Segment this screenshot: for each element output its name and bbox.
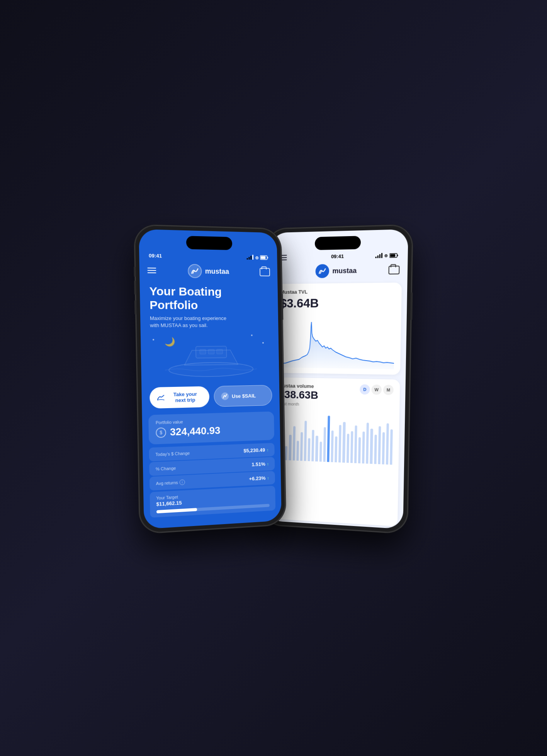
target-card: Your Target $11,662.15: [150, 486, 276, 518]
pct-change-value: 1.51% ↑: [251, 461, 269, 468]
period-buttons: D W M: [360, 384, 394, 395]
vol-down-btn[interactable]: [134, 300, 136, 315]
dynamic-island-left: [186, 236, 233, 250]
volume-header: Mustaa volume $38.63B Past month D W M: [279, 383, 394, 413]
hero-section: Your Boating Portfolio Maximize your boa…: [139, 281, 278, 333]
bar-11: [319, 441, 322, 461]
tvl-card: Mustaa TVL $3.64B: [273, 283, 402, 375]
bar-6: [300, 432, 303, 461]
period-btn-d[interactable]: D: [360, 384, 370, 395]
svg-rect-2: [267, 257, 268, 259]
hamburger-menu-left[interactable]: [148, 267, 156, 273]
bar-15: [335, 436, 337, 463]
tvl-label: Mustaa TVL: [280, 288, 396, 295]
bar-9: [312, 430, 314, 461]
logo-text-left: mustaa: [205, 267, 229, 276]
bar-2: [285, 446, 288, 460]
tvl-chart: [279, 314, 395, 369]
logo-right: mustaa: [316, 264, 357, 278]
use-sail-button[interactable]: Use $SAIL: [214, 385, 272, 407]
bar-13: [327, 415, 330, 462]
action-buttons: Take your next trip Use $SAIL: [141, 382, 280, 412]
bar-27: [382, 432, 385, 465]
period-btn-w[interactable]: W: [371, 385, 382, 395]
progress-bar-fill: [156, 508, 197, 514]
avg-returns-label: Avg returns i: [156, 479, 185, 486]
bar-3: [289, 434, 292, 460]
status-icons-right: ⌾: [375, 252, 399, 259]
bar-4: [292, 426, 295, 460]
stats-section: Today's $ Change $5,230.49 ↑ % Change 1.…: [149, 443, 275, 490]
star-1: [153, 339, 154, 341]
tvl-line-chart: [279, 314, 395, 369]
phone-left: 09:41 ⌾: [135, 225, 285, 533]
bar-29: [390, 429, 393, 465]
svg-rect-5: [200, 350, 206, 354]
svg-rect-6: [208, 349, 214, 354]
bar-7: [304, 421, 307, 461]
bar-18: [347, 434, 349, 463]
take-trip-button[interactable]: Take your next trip: [149, 387, 209, 409]
wallet-icon-right[interactable]: [388, 266, 399, 274]
bar-17: [342, 422, 345, 463]
dynamic-island-right: [315, 236, 361, 250]
vol-up-btn[interactable]: [134, 281, 136, 295]
star-3: [262, 342, 264, 344]
right-phone-screen: 09:41 ⌾: [265, 229, 408, 529]
boat-svg: [161, 339, 261, 378]
bar-16: [338, 425, 341, 463]
portfolio-coin-icon: $: [156, 427, 166, 438]
bar-chart: [277, 410, 393, 465]
dollar-change-label: Today's $ Change: [155, 451, 190, 457]
svg-rect-9: [390, 254, 395, 257]
avg-returns-arrow: ↑: [267, 476, 269, 480]
period-btn-m[interactable]: M: [383, 385, 394, 395]
signal-icon-left: [247, 255, 254, 260]
portfolio-value-row: $ 324,440.93: [156, 423, 268, 439]
bar-25: [374, 435, 377, 464]
info-circle-icon: i: [180, 479, 185, 485]
time-right: 09:41: [331, 254, 344, 260]
hero-subtitle: Maximize your boating experience with MU…: [150, 315, 228, 329]
nav-bar-right: mustaa: [270, 260, 408, 282]
bar-28: [386, 423, 389, 465]
hero-title: Your Boating Portfolio: [149, 284, 269, 312]
bar-14: [331, 430, 333, 462]
bar-26: [378, 426, 381, 464]
tvl-value: $3.64B: [280, 296, 395, 311]
bar-8: [308, 438, 311, 461]
signal-icon-right: [375, 253, 383, 258]
boat-illustration: 🌙: [141, 333, 279, 385]
svg-rect-10: [397, 254, 398, 256]
bar-5: [296, 441, 299, 461]
wifi-icon-right: ⌾: [384, 252, 387, 258]
volume-value: $38.63B: [279, 388, 318, 402]
trip-button-label: Take your next trip: [168, 391, 202, 404]
logo-circle-right: [316, 264, 330, 278]
power-btn-right[interactable]: [411, 292, 413, 320]
bar-19: [350, 431, 353, 463]
mute-btn[interactable]: [134, 267, 136, 277]
portfolio-amount: 324,440.93: [170, 425, 221, 439]
svg-rect-7: [217, 349, 223, 354]
bar-23: [366, 423, 369, 464]
left-phone-screen: 09:41 ⌾: [139, 229, 282, 529]
phones-container: 09:41 ⌾: [138, 227, 409, 529]
wallet-icon-left[interactable]: [260, 268, 270, 276]
right-screen-content: 09:41 ⌾: [265, 229, 408, 529]
bar-10: [315, 436, 318, 461]
battery-icon-right: [389, 253, 398, 258]
trip-boat-icon: [157, 393, 165, 402]
sail-logo-icon: [221, 392, 229, 400]
left-screen-content: 09:41 ⌾: [139, 229, 282, 529]
bar-21: [358, 437, 361, 463]
volume-info: Mustaa volume $38.63B Past month: [279, 383, 319, 411]
star-2: [251, 335, 253, 336]
bar-12: [323, 427, 326, 462]
portfolio-card: Portfolio value $ 324,440.93: [148, 412, 274, 445]
avg-returns-value: +6.23% ↑: [249, 475, 269, 482]
time-left: 09:41: [149, 252, 162, 259]
status-icons-left: ⌾: [246, 254, 268, 261]
svg-rect-1: [261, 256, 266, 259]
volume-card: Mustaa volume $38.63B Past month D W M: [271, 377, 400, 526]
